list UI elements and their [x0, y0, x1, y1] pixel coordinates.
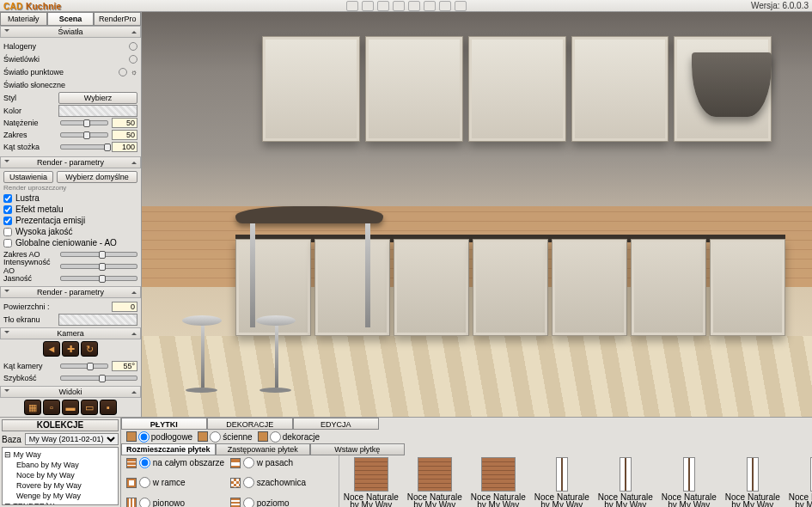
- collection-tree[interactable]: My Way Ebano by My Way Noce by My Way Ro…: [2, 447, 119, 505]
- place-pasach[interactable]: w pasach: [230, 457, 333, 468]
- place-pionowo[interactable]: pionowo: [126, 498, 229, 507]
- frame-icon: [126, 478, 137, 488]
- section-widoki[interactable]: Widoki: [0, 386, 141, 398]
- domyslne-button[interactable]: Wybierz domyślne: [57, 171, 137, 183]
- tab-dekoracje[interactable]: DEKORACJE: [207, 418, 293, 430]
- szybkosc-slider[interactable]: [60, 376, 137, 381]
- wysoka-checkbox[interactable]: [3, 228, 12, 236]
- light-sloneczne[interactable]: Światło słoneczne: [3, 81, 65, 89]
- zakres-slider[interactable]: [60, 132, 108, 137]
- tree-item[interactable]: Noce by My Way: [4, 470, 116, 480]
- tree-root[interactable]: TENDER/Way: [4, 501, 116, 505]
- ustawienia-button[interactable]: Ustawienia: [3, 171, 53, 183]
- efekt-checkbox[interactable]: [3, 205, 12, 214]
- kat-label: Kąt stożka: [3, 143, 57, 151]
- lustra-checkbox[interactable]: [3, 194, 12, 203]
- vert-icon: [126, 498, 137, 507]
- tab-edycja[interactable]: EDYCJA: [293, 418, 379, 430]
- tab-materialy[interactable]: Materiały: [0, 12, 47, 26]
- ao-checkbox[interactable]: [3, 239, 12, 247]
- light-halogeny[interactable]: Halogeny: [3, 42, 36, 51]
- tree-item[interactable]: Rovere by My Way: [4, 480, 116, 491]
- tile-palette[interactable]: Noce Naturale by My Way inserto ci Noce …: [339, 455, 812, 507]
- tile-item[interactable]: Noce Naturale by My Way inserto ci: [341, 457, 401, 507]
- tab-scena[interactable]: Scena: [47, 12, 95, 26]
- cam-add-icon[interactable]: ✚: [62, 341, 79, 357]
- section-kamera[interactable]: Kamera: [0, 327, 141, 339]
- place-ramce[interactable]: w ramce: [126, 477, 229, 488]
- eye-icon[interactable]: [129, 55, 137, 64]
- view-icon[interactable]: ▪: [100, 400, 117, 415]
- eye-icon[interactable]: [129, 42, 137, 51]
- tool-icon[interactable]: [346, 1, 358, 11]
- plytki-panel: PŁYTKI DEKORACJE EDYCJA podłogowe ścienn…: [121, 418, 812, 507]
- section-swiatla[interactable]: Światła: [0, 26, 141, 38]
- view-icon[interactable]: ▦: [24, 400, 41, 415]
- kat-kamery-value[interactable]: 55°: [112, 361, 137, 371]
- title-bar: CAD Kuchnie Wersja: 6.0.0.3: [0, 0, 812, 12]
- kat-kamery-slider[interactable]: [60, 363, 108, 369]
- tile-item[interactable]: Noce Naturale by My Way satyna 1: [659, 457, 719, 507]
- zakres-value[interactable]: 50: [112, 130, 137, 140]
- kat-slider[interactable]: [60, 144, 108, 150]
- tool-icon[interactable]: [424, 1, 436, 11]
- powierzchni-value[interactable]: 0: [112, 302, 137, 312]
- subtab-wstaw[interactable]: Wstaw płytkę: [310, 443, 405, 455]
- baza-select[interactable]: My Way (2011-02-01): [25, 433, 119, 445]
- place-szach[interactable]: szachownica: [230, 477, 333, 488]
- tree-root[interactable]: My Way: [4, 449, 116, 460]
- tile-item[interactable]: Noce Naturale by My Way satyna 1: [723, 457, 783, 507]
- natezenie-value[interactable]: 50: [112, 118, 137, 128]
- tile-item[interactable]: Noce Naturale by My Way mozaika: [468, 457, 528, 507]
- tool-icon[interactable]: [455, 1, 467, 11]
- place-poziomo[interactable]: poziomo: [230, 498, 333, 507]
- kolor-swatch[interactable]: [58, 105, 137, 117]
- tlo-swatch[interactable]: [58, 314, 137, 326]
- render-mode-label: Render uproszczony: [3, 183, 137, 192]
- kolekcje-title: KOLEKCJE: [2, 419, 119, 431]
- 3d-viewport[interactable]: [142, 12, 812, 417]
- styl-label: Styl: [3, 94, 55, 102]
- tree-item[interactable]: Ebano by My Way: [4, 460, 116, 470]
- section-render2[interactable]: Render - parametry: [0, 286, 141, 298]
- jasnosc-slider[interactable]: [60, 276, 137, 281]
- grid-icon: [126, 458, 137, 468]
- kat-value[interactable]: 100: [112, 142, 137, 152]
- cam-prev-icon[interactable]: ◄: [43, 341, 60, 357]
- app-logo: CAD Kuchnie: [3, 1, 62, 11]
- view-icon[interactable]: ▬: [62, 400, 79, 415]
- natezenie-slider[interactable]: [60, 120, 108, 125]
- tool-icon[interactable]: [362, 1, 374, 11]
- tile-item[interactable]: Noce Naturale by My Way satyna 1: [595, 457, 656, 507]
- tile-item[interactable]: Noce Naturale by My Way mozaika: [405, 457, 465, 507]
- tool-icon[interactable]: [377, 1, 389, 11]
- filter-scienne[interactable]: ścienne: [198, 431, 252, 443]
- light-swietlowki[interactable]: Świetlówki: [3, 55, 40, 64]
- light-punktowe[interactable]: Światło punktowe: [3, 68, 64, 76]
- tab-plytki[interactable]: PŁYTKI: [121, 418, 207, 430]
- tree-item[interactable]: Wenge by My Way: [4, 491, 116, 501]
- stripe-icon: [230, 458, 241, 468]
- tool-icon[interactable]: [439, 1, 451, 11]
- tile-floor-icon: [126, 431, 137, 442]
- tool-icon[interactable]: [408, 1, 420, 11]
- wybierz-button[interactable]: Wybierz: [58, 92, 137, 104]
- subtab-rozm[interactable]: Rozmieszczanie płytek: [121, 443, 216, 455]
- eye-icon[interactable]: [119, 68, 127, 76]
- zakres-ao-slider[interactable]: [60, 252, 137, 257]
- tile-item[interactable]: Noce Naturale by My Way satyna 1: [786, 457, 812, 507]
- int-ao-slider[interactable]: [60, 264, 137, 269]
- emisja-checkbox[interactable]: [3, 217, 12, 225]
- view-icon[interactable]: ▭: [81, 400, 98, 415]
- cam-next-icon[interactable]: ↻: [81, 341, 98, 357]
- section-render[interactable]: Render - parametry: [0, 156, 141, 168]
- tool-icon[interactable]: [393, 1, 405, 11]
- view-icon[interactable]: ▫: [43, 400, 60, 415]
- filter-podlogowe[interactable]: podłogowe: [126, 431, 192, 443]
- filter-dekoracje[interactable]: dekoracje: [258, 431, 320, 443]
- sun-icon[interactable]: ☼: [131, 68, 137, 76]
- subtab-zast[interactable]: Zastępowanie płytek: [216, 443, 310, 455]
- place-calym[interactable]: na całym obszarze: [126, 457, 229, 468]
- tab-renderpro[interactable]: RenderPro: [94, 12, 141, 26]
- tile-item[interactable]: Noce Naturale by My Way satyna 1: [532, 457, 592, 507]
